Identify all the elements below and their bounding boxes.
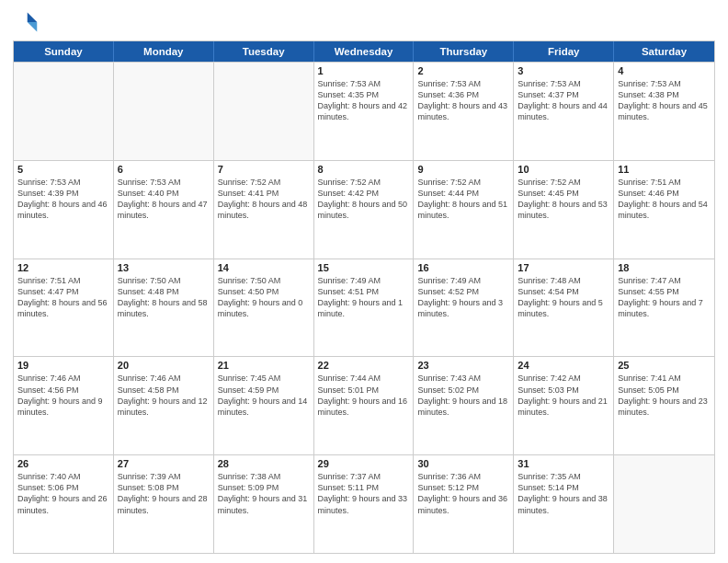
day-number: 22 xyxy=(318,360,410,371)
day-number: 5 xyxy=(17,164,109,175)
cell-day-17: 17Sunrise: 7:48 AM Sunset: 4:54 PM Dayli… xyxy=(514,259,614,357)
day-number: 30 xyxy=(417,458,509,469)
day-number: 26 xyxy=(17,458,109,469)
day-number: 10 xyxy=(518,164,609,175)
day-info: Sunrise: 7:37 AM Sunset: 5:11 PM Dayligh… xyxy=(318,471,410,516)
cell-day-12: 12Sunrise: 7:51 AM Sunset: 4:47 PM Dayli… xyxy=(14,259,114,357)
day-header-wednesday: Wednesday xyxy=(314,41,415,62)
day-number: 15 xyxy=(318,262,410,273)
day-info: Sunrise: 7:52 AM Sunset: 4:42 PM Dayligh… xyxy=(318,177,410,222)
cell-day-2: 2Sunrise: 7:53 AM Sunset: 4:36 PM Daylig… xyxy=(414,63,514,160)
day-number: 19 xyxy=(17,360,109,371)
cell-day-1: 1Sunrise: 7:53 AM Sunset: 4:35 PM Daylig… xyxy=(314,63,415,160)
day-header-friday: Friday xyxy=(514,41,614,62)
cell-day-21: 21Sunrise: 7:45 AM Sunset: 4:59 PM Dayli… xyxy=(214,357,314,454)
day-info: Sunrise: 7:46 AM Sunset: 4:58 PM Dayligh… xyxy=(118,373,210,418)
cell-day-27: 27Sunrise: 7:39 AM Sunset: 5:08 PM Dayli… xyxy=(114,455,214,553)
day-number: 29 xyxy=(318,458,410,469)
week-1: 1Sunrise: 7:53 AM Sunset: 4:35 PM Daylig… xyxy=(14,62,714,160)
day-header-tuesday: Tuesday xyxy=(214,41,314,62)
day-number: 21 xyxy=(218,360,310,371)
day-number: 31 xyxy=(518,458,609,469)
day-info: Sunrise: 7:40 AM Sunset: 5:06 PM Dayligh… xyxy=(17,471,109,516)
day-info: Sunrise: 7:53 AM Sunset: 4:35 PM Dayligh… xyxy=(318,78,410,123)
cell-day-7: 7Sunrise: 7:52 AM Sunset: 4:41 PM Daylig… xyxy=(214,161,314,259)
cell-day-28: 28Sunrise: 7:38 AM Sunset: 5:09 PM Dayli… xyxy=(214,455,314,553)
cell-day-6: 6Sunrise: 7:53 AM Sunset: 4:40 PM Daylig… xyxy=(114,161,214,259)
day-number: 28 xyxy=(218,458,310,469)
day-number: 17 xyxy=(518,262,609,273)
day-number: 16 xyxy=(417,262,509,273)
day-info: Sunrise: 7:53 AM Sunset: 4:40 PM Dayligh… xyxy=(118,177,210,222)
day-info: Sunrise: 7:52 AM Sunset: 4:44 PM Dayligh… xyxy=(417,177,509,222)
cell-day-14: 14Sunrise: 7:50 AM Sunset: 4:50 PM Dayli… xyxy=(214,259,314,357)
cell-day-22: 22Sunrise: 7:44 AM Sunset: 5:01 PM Dayli… xyxy=(314,357,415,454)
day-number: 18 xyxy=(618,262,711,273)
cell-day-11: 11Sunrise: 7:51 AM Sunset: 4:46 PM Dayli… xyxy=(614,161,714,259)
cell-empty xyxy=(614,455,714,553)
day-info: Sunrise: 7:36 AM Sunset: 5:12 PM Dayligh… xyxy=(417,471,509,516)
day-header-sunday: Sunday xyxy=(14,41,114,62)
day-number: 6 xyxy=(118,164,210,175)
cell-day-26: 26Sunrise: 7:40 AM Sunset: 5:06 PM Dayli… xyxy=(14,455,114,553)
header xyxy=(13,9,715,35)
day-number: 8 xyxy=(318,164,410,175)
day-number: 11 xyxy=(618,164,711,175)
cell-empty xyxy=(14,63,114,160)
day-info: Sunrise: 7:47 AM Sunset: 4:55 PM Dayligh… xyxy=(618,275,711,320)
day-info: Sunrise: 7:35 AM Sunset: 5:14 PM Dayligh… xyxy=(518,471,609,516)
cell-day-30: 30Sunrise: 7:36 AM Sunset: 5:12 PM Dayli… xyxy=(414,455,514,553)
day-number: 13 xyxy=(118,262,210,273)
day-number: 2 xyxy=(417,65,509,76)
week-4: 19Sunrise: 7:46 AM Sunset: 4:56 PM Dayli… xyxy=(14,356,714,454)
day-info: Sunrise: 7:51 AM Sunset: 4:46 PM Dayligh… xyxy=(618,177,711,222)
day-info: Sunrise: 7:44 AM Sunset: 5:01 PM Dayligh… xyxy=(318,373,410,418)
logo xyxy=(13,9,42,35)
cell-day-19: 19Sunrise: 7:46 AM Sunset: 4:56 PM Dayli… xyxy=(14,357,114,454)
day-number: 3 xyxy=(518,65,609,76)
weeks: 1Sunrise: 7:53 AM Sunset: 4:35 PM Daylig… xyxy=(14,62,714,553)
cell-day-20: 20Sunrise: 7:46 AM Sunset: 4:58 PM Dayli… xyxy=(114,357,214,454)
cell-empty xyxy=(114,63,214,160)
day-info: Sunrise: 7:53 AM Sunset: 4:38 PM Dayligh… xyxy=(618,78,711,123)
day-info: Sunrise: 7:50 AM Sunset: 4:50 PM Dayligh… xyxy=(218,275,310,320)
day-info: Sunrise: 7:49 AM Sunset: 4:52 PM Dayligh… xyxy=(417,275,509,320)
cell-day-29: 29Sunrise: 7:37 AM Sunset: 5:11 PM Dayli… xyxy=(314,455,415,553)
day-info: Sunrise: 7:46 AM Sunset: 4:56 PM Dayligh… xyxy=(17,373,109,418)
cell-day-18: 18Sunrise: 7:47 AM Sunset: 4:55 PM Dayli… xyxy=(614,259,714,357)
day-header-thursday: Thursday xyxy=(414,41,514,62)
cell-day-13: 13Sunrise: 7:50 AM Sunset: 4:48 PM Dayli… xyxy=(114,259,214,357)
day-number: 1 xyxy=(318,65,410,76)
day-number: 24 xyxy=(518,360,609,371)
day-header-saturday: Saturday xyxy=(614,41,714,62)
week-3: 12Sunrise: 7:51 AM Sunset: 4:47 PM Dayli… xyxy=(14,259,714,357)
day-info: Sunrise: 7:51 AM Sunset: 4:47 PM Dayligh… xyxy=(17,275,109,320)
day-number: 14 xyxy=(218,262,310,273)
day-number: 12 xyxy=(17,262,109,273)
cell-day-24: 24Sunrise: 7:42 AM Sunset: 5:03 PM Dayli… xyxy=(514,357,614,454)
day-number: 4 xyxy=(618,65,711,76)
day-headers: SundayMondayTuesdayWednesdayThursdayFrid… xyxy=(14,41,714,62)
logo-icon xyxy=(13,9,39,35)
day-info: Sunrise: 7:43 AM Sunset: 5:02 PM Dayligh… xyxy=(417,373,509,418)
day-info: Sunrise: 7:52 AM Sunset: 4:45 PM Dayligh… xyxy=(518,177,609,222)
svg-marker-0 xyxy=(28,13,38,23)
day-number: 9 xyxy=(417,164,509,175)
calendar-page: SundayMondayTuesdayWednesdayThursdayFrid… xyxy=(0,0,728,563)
cell-day-31: 31Sunrise: 7:35 AM Sunset: 5:14 PM Dayli… xyxy=(514,455,614,553)
day-number: 25 xyxy=(618,360,711,371)
cell-day-10: 10Sunrise: 7:52 AM Sunset: 4:45 PM Dayli… xyxy=(514,161,614,259)
day-info: Sunrise: 7:42 AM Sunset: 5:03 PM Dayligh… xyxy=(518,373,609,418)
day-info: Sunrise: 7:52 AM Sunset: 4:41 PM Dayligh… xyxy=(218,177,310,222)
day-header-monday: Monday xyxy=(114,41,214,62)
cell-empty xyxy=(214,63,314,160)
day-info: Sunrise: 7:53 AM Sunset: 4:39 PM Dayligh… xyxy=(17,177,109,222)
svg-marker-1 xyxy=(28,22,38,32)
day-info: Sunrise: 7:53 AM Sunset: 4:36 PM Dayligh… xyxy=(417,78,509,123)
day-info: Sunrise: 7:45 AM Sunset: 4:59 PM Dayligh… xyxy=(218,373,310,418)
cell-day-9: 9Sunrise: 7:52 AM Sunset: 4:44 PM Daylig… xyxy=(414,161,514,259)
cell-day-4: 4Sunrise: 7:53 AM Sunset: 4:38 PM Daylig… xyxy=(614,63,714,160)
week-5: 26Sunrise: 7:40 AM Sunset: 5:06 PM Dayli… xyxy=(14,454,714,553)
day-number: 7 xyxy=(218,164,310,175)
day-info: Sunrise: 7:48 AM Sunset: 4:54 PM Dayligh… xyxy=(518,275,609,320)
